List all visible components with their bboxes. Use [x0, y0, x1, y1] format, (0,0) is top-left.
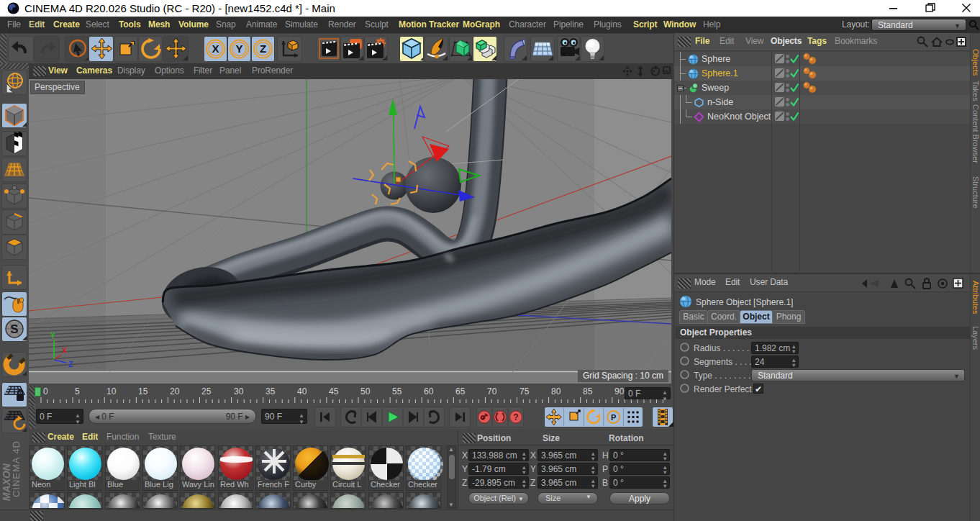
svg-text:55: 55	[392, 386, 402, 397]
svg-text:?: ?	[513, 412, 518, 422]
svg-text:40: 40	[297, 386, 307, 397]
svg-text:S: S	[10, 322, 18, 336]
svg-text:Z: Z	[68, 361, 73, 368]
svg-text:35: 35	[266, 386, 276, 397]
svg-text:10: 10	[106, 386, 117, 397]
svg-text:30: 30	[234, 386, 244, 397]
svg-text:75: 75	[520, 386, 530, 397]
svg-text:20: 20	[170, 386, 180, 397]
svg-text:65: 65	[455, 386, 466, 397]
svg-text:60: 60	[424, 386, 434, 397]
svg-text:85: 85	[583, 386, 593, 397]
svg-text:P: P	[611, 413, 616, 422]
svg-text:45: 45	[329, 386, 339, 397]
svg-text:50: 50	[360, 386, 371, 397]
svg-text:0: 0	[43, 386, 48, 397]
svg-text:25: 25	[201, 386, 212, 397]
svg-text:15: 15	[138, 386, 148, 397]
svg-text:Z: Z	[260, 42, 266, 55]
svg-text:80: 80	[551, 386, 561, 397]
svg-text:70: 70	[487, 386, 497, 397]
svg-text:X: X	[62, 347, 67, 355]
svg-text:Y: Y	[235, 42, 242, 55]
svg-text:90: 90	[614, 386, 625, 397]
svg-text:5: 5	[75, 386, 80, 397]
svg-text:X: X	[212, 42, 219, 55]
svg-text:Y: Y	[50, 332, 55, 340]
